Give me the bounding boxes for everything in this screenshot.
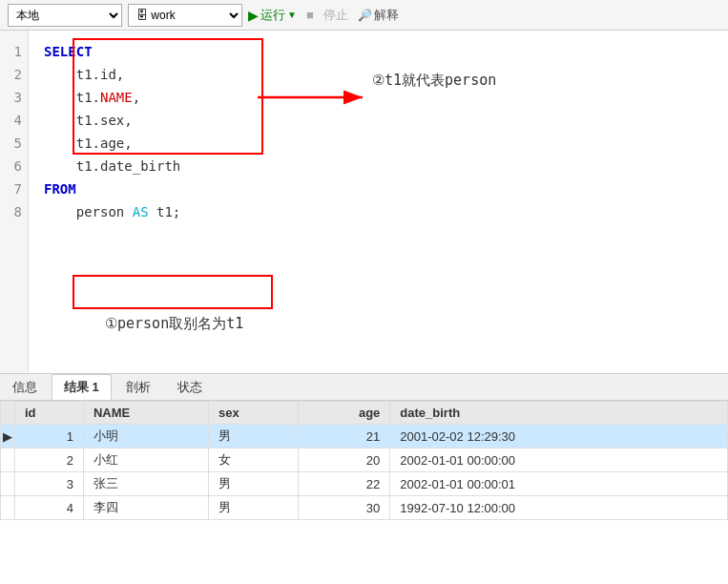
explain-button[interactable]: 🔎 解释 <box>358 7 399 24</box>
run-dropdown-icon[interactable]: ▼ <box>287 10 297 20</box>
line-num-4: 4 <box>0 109 28 132</box>
annotation-bottom-label: ①person取别名为t1 <box>105 315 243 332</box>
cell-sex: 男 <box>209 472 299 496</box>
annotation-bottom-text: ①person取别名为t1 <box>105 312 243 335</box>
line-num-6: 6 <box>0 155 28 177</box>
explain-label: 解释 <box>374 7 399 24</box>
run-icon: ▶ <box>248 8 259 23</box>
result-table: id NAME sex age date_birth ▶ 1 小明 男 21 2… <box>0 401 728 520</box>
cell-id: 4 <box>15 496 84 520</box>
result-table-wrapper: id NAME sex age date_birth ▶ 1 小明 男 21 2… <box>0 401 728 582</box>
tab-info[interactable]: 信息 <box>0 374 50 400</box>
line-num-5: 5 <box>0 132 28 155</box>
line-num-2: 2 <box>0 63 28 86</box>
th-indicator <box>1 402 15 425</box>
th-name: NAME <box>83 402 208 425</box>
cell-name: 小红 <box>83 448 208 472</box>
line-num-3: 3 <box>0 86 28 109</box>
keyword-from: FROM <box>44 181 76 197</box>
cell-age: 22 <box>299 472 390 496</box>
th-id: id <box>15 402 84 425</box>
cell-age: 21 <box>299 425 390 448</box>
toolbar: 本地 🗄 work ▶ 运行 ▼ ■ 停止 🔎 解释 <box>0 0 728 31</box>
line-numbers: 1 2 3 4 5 6 7 8 <box>0 31 29 373</box>
th-date-birth: date_birth <box>390 402 728 425</box>
table-row: ▶ 1 小明 男 21 2001-02-02 12:29:30 <box>1 425 728 448</box>
keyword-as: AS <box>133 204 149 219</box>
stop-label: 停止 <box>323 7 348 24</box>
code-line-8: person AS t1; <box>44 200 713 223</box>
table-row: 4 李四 男 30 1992-07-10 12:00:00 <box>1 496 728 520</box>
separator: ■ <box>306 8 314 22</box>
row-indicator: ▶ <box>1 425 15 448</box>
editor-area: 1 2 3 4 5 6 7 8 ②t1就代表person SELECT t1.i <box>0 31 728 374</box>
annotation-right-text: ②t1就代表person <box>372 69 496 92</box>
highlight-box-bottom <box>73 275 273 309</box>
cell-name: 张三 <box>83 472 208 496</box>
results-panel: 信息 结果 1 剖析 状态 id NAME sex age date_birth… <box>0 374 728 584</box>
cell-name: 李四 <box>83 496 208 520</box>
cell-age: 20 <box>299 448 390 472</box>
tab-profiling[interactable]: 剖析 <box>114 374 163 400</box>
database-select[interactable]: 🗄 work <box>128 4 242 27</box>
cell-sex: 男 <box>209 425 299 448</box>
stop-button[interactable]: 停止 <box>323 7 348 24</box>
annotation-right-label: ②t1就代表person <box>372 72 496 89</box>
table-header-row: id NAME sex age date_birth <box>1 402 728 425</box>
line-num-8: 8 <box>0 200 28 223</box>
connection-select[interactable]: 本地 <box>8 4 122 27</box>
th-age: age <box>299 402 390 425</box>
tabs-bar: 信息 结果 1 剖析 状态 <box>0 374 728 401</box>
highlight-box-top <box>73 38 263 155</box>
tab-result1[interactable]: 结果 1 <box>52 374 112 400</box>
cell-id: 1 <box>15 425 84 448</box>
table-row: 3 张三 男 22 2002-01-01 00:00:01 <box>1 472 728 496</box>
code-line-6: t1.date_birth <box>44 155 713 177</box>
cell-sex: 女 <box>209 448 299 472</box>
cell-date-birth: 1992-07-10 12:00:00 <box>390 496 728 520</box>
line-num-1: 1 <box>0 40 28 63</box>
arrow-annotation <box>258 78 372 116</box>
table-row: 2 小红 女 20 2002-01-01 00:00:00 <box>1 448 728 472</box>
code-editor[interactable]: ②t1就代表person SELECT t1.id, t1.NAME, t1.s… <box>29 31 728 373</box>
cell-date-birth: 2002-01-01 00:00:01 <box>390 472 728 496</box>
cell-id: 2 <box>15 448 84 472</box>
line-num-7: 7 <box>0 177 28 200</box>
toolbar-actions: ▶ 运行 ▼ ■ 停止 🔎 解释 <box>248 7 399 24</box>
th-sex: sex <box>209 402 299 425</box>
cell-id: 3 <box>15 472 84 496</box>
cell-name: 小明 <box>83 425 208 448</box>
cell-date-birth: 2002-01-01 00:00:00 <box>390 448 728 472</box>
table-body: ▶ 1 小明 男 21 2001-02-02 12:29:30 2 小红 女 2… <box>1 425 728 520</box>
run-button[interactable]: ▶ 运行 ▼ <box>248 7 297 24</box>
cell-sex: 男 <box>209 496 299 520</box>
cell-age: 30 <box>299 496 390 520</box>
row-indicator <box>1 472 15 496</box>
row-indicator <box>1 448 15 472</box>
code-line-7: FROM <box>44 177 713 200</box>
tab-status[interactable]: 状态 <box>165 374 215 400</box>
cell-date-birth: 2001-02-02 12:29:30 <box>390 425 728 448</box>
explain-icon: 🔎 <box>358 9 372 22</box>
row-indicator <box>1 496 15 520</box>
run-label: 运行 <box>260 7 285 24</box>
